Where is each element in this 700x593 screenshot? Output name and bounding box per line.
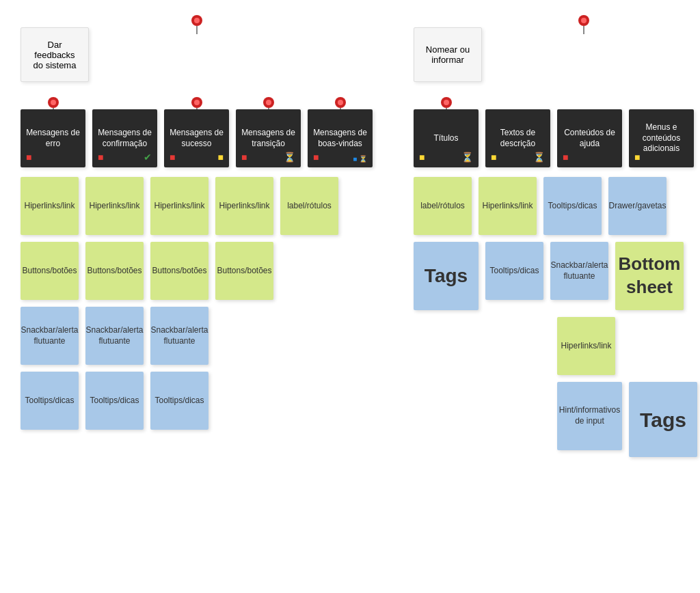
note-right-tags-2: Tags <box>629 382 697 457</box>
svg-point-19 <box>444 100 449 105</box>
svg-point-1 <box>194 18 200 23</box>
card-sucesso-note: Mensagens de sucesso ■ ■ <box>164 109 229 167</box>
badge-yellow-menus: ■ <box>634 151 640 163</box>
left-anchor: Dar feedbacks do sistema <box>21 27 373 82</box>
pin-icon-right-anchor <box>576 14 592 34</box>
right-row-1: label/rótulos Hiperlinks/link Tooltips/d… <box>414 177 697 235</box>
note-buttons-3: Buttons/botões <box>150 242 208 300</box>
left-anchor-note: Dar feedbacks do sistema <box>21 27 89 82</box>
right-row-4: Hint/informativos de input Tags <box>414 382 697 457</box>
right-anchor-note: Nomear ou informar <box>414 27 482 82</box>
note-right-tooltips-2: Tooltips/dicas <box>485 242 543 300</box>
note-right-hiperlinks: Hiperlinks/link <box>479 177 537 235</box>
note-tooltips-1: Tooltips/dicas <box>21 372 79 430</box>
badge-yellow-textos: ■ <box>491 151 496 163</box>
note-hiperlinks-4: Hiperlinks/link <box>215 177 273 235</box>
card-textos-descricao: Textos de descrição ■ ⏳ <box>485 109 550 167</box>
card-titulos-label: Títulos <box>433 133 458 144</box>
card-ajuda-note: Conteúdos de ajuda ■ <box>557 109 622 167</box>
note-right-bottom-sheet: Bottom sheet <box>615 242 684 310</box>
note-hiperlinks-3: Hiperlinks/link <box>150 177 208 235</box>
left-content-rows: Hiperlinks/link Hiperlinks/link Hiperlin… <box>21 177 373 430</box>
svg-point-4 <box>51 100 56 105</box>
note-snackbar-2: Snackbar/alerta flutuante <box>85 307 144 365</box>
svg-point-7 <box>194 100 200 105</box>
hourglass-titulos: ⏳ <box>461 151 473 163</box>
left-row-3: Snackbar/alerta flutuante Snackbar/alert… <box>21 307 373 365</box>
card-boasvindas-note: Mensagens de boas-vindas ■ ■ ⏳ <box>308 109 373 167</box>
card-transicao-label: Mensagens de transição <box>241 128 295 149</box>
badge-yellow-3: ■ <box>218 151 224 163</box>
card-mensagens-confirmacao: Mensagens de confirmação ■ ✔ <box>92 109 157 167</box>
pin-icon-left-anchor <box>189 14 205 34</box>
note-right-drawer: Drawer/gavetas <box>608 177 667 235</box>
card-mensagens-erro-note: Mensagens de erro ■ <box>21 109 85 167</box>
note-snackbar-1: Snackbar/alerta flutuante <box>21 307 79 365</box>
left-header-cards: Mensagens de erro ■ Mensagens de confirm… <box>21 94 373 167</box>
note-buttons-4: Buttons/botões <box>215 242 273 300</box>
card-textos-note: Textos de descrição ■ ⏳ <box>485 109 550 167</box>
right-content-rows: label/rótulos Hiperlinks/link Tooltips/d… <box>414 177 697 457</box>
card-mensagens-boasvindas: Mensagens de boas-vindas ■ ■ ⏳ <box>308 109 373 167</box>
note-right-tooltips-1: Tooltips/dicas <box>543 177 602 235</box>
badge-red-5: ■ <box>313 151 319 163</box>
right-anchor-text: Nomear ou informar <box>422 44 473 65</box>
card-mensagens-sucesso: Mensagens de sucesso ■ ■ <box>164 109 229 167</box>
card-titulos-note: Títulos ■ ⏳ <box>414 109 479 167</box>
badge-yellow-titulos: ■ <box>419 151 425 163</box>
note-right-snackbar: Snackbar/alerta flutuante <box>550 242 608 300</box>
svg-point-16 <box>581 18 587 23</box>
badge-red-4: ■ <box>241 151 247 163</box>
note-label-rotulos: label/rótulos <box>280 177 338 235</box>
note-tooltips-2: Tooltips/dicas <box>85 372 144 430</box>
right-header-cards: Títulos ■ ⏳ Textos de descrição ■ ⏳ Cont… <box>414 94 697 167</box>
left-row-1: Hiperlinks/link Hiperlinks/link Hiperlin… <box>21 177 373 235</box>
note-hiperlinks-1: Hiperlinks/link <box>21 177 79 235</box>
note-right-tags-1: Tags <box>414 242 479 310</box>
card-confirmacao-note: Mensagens de confirmação ■ ✔ <box>92 109 157 167</box>
note-snackbar-3: Snackbar/alerta flutuante <box>150 307 208 365</box>
note-right-hiperlinks-2: Hiperlinks/link <box>557 317 615 375</box>
card-conteudos-ajuda: Conteúdos de ajuda ■ <box>557 109 622 167</box>
card-menus-note: Menus e conteúdos adicionais ■ <box>629 109 694 167</box>
right-row-2: Tags Tooltips/dicas Snackbar/alerta flut… <box>414 242 697 310</box>
right-section: Nomear ou informar Títulos ■ ⏳ <box>414 14 697 457</box>
card-textos-label: Textos de descrição <box>491 128 545 149</box>
badge-blue-5: ■ ⏳ <box>353 154 367 163</box>
badge-red-ajuda: ■ <box>563 151 568 163</box>
svg-point-10 <box>266 100 271 105</box>
card-mensagens-erro-label: Mensagens de erro <box>26 128 80 149</box>
right-anchor: Nomear ou informar <box>414 27 697 82</box>
card-boasvindas-label: Mensagens de boas-vindas <box>313 128 367 149</box>
card-menus-label: Menus e conteúdos adicionais <box>634 122 688 154</box>
card-transicao-note: Mensagens de transição ■ ⏳ <box>236 109 301 167</box>
hourglass-textos: ⏳ <box>533 151 545 163</box>
left-row-2: Buttons/botões Buttons/botões Buttons/bo… <box>21 242 373 300</box>
svg-point-13 <box>338 100 343 105</box>
left-row-4: Tooltips/dicas Tooltips/dicas Tooltips/d… <box>21 372 373 430</box>
badge-red-1: ■ <box>26 151 31 163</box>
badge-red-3: ■ <box>170 151 175 163</box>
badge-red-2: ■ <box>98 151 103 163</box>
right-row-3: Hiperlinks/link <box>414 317 697 375</box>
left-anchor-text: Dar feedbacks do sistema <box>29 40 80 70</box>
note-tooltips-3: Tooltips/dicas <box>150 372 208 430</box>
board: Dar feedbacks do sistema Mensagens de er… <box>0 0 700 471</box>
hourglass-4: ⏳ <box>284 151 295 163</box>
note-hiperlinks-2: Hiperlinks/link <box>85 177 144 235</box>
card-sucesso-label: Mensagens de sucesso <box>170 128 224 149</box>
badge-check-2: ✔ <box>144 151 152 163</box>
note-buttons-2: Buttons/botões <box>85 242 144 300</box>
card-menus-conteudos: Menus e conteúdos adicionais ■ <box>629 109 694 167</box>
note-buttons-1: Buttons/botões <box>21 242 79 300</box>
note-right-label-rotulos: label/rótulos <box>414 177 472 235</box>
card-mensagens-transicao: Mensagens de transição ■ ⏳ <box>236 109 301 167</box>
left-section: Dar feedbacks do sistema Mensagens de er… <box>21 14 373 457</box>
card-mensagens-erro: Mensagens de erro ■ <box>21 109 85 167</box>
card-titulos: Títulos ■ ⏳ <box>414 109 479 167</box>
note-right-hint: Hint/informativos de input <box>557 382 622 450</box>
card-ajuda-label: Conteúdos de ajuda <box>563 128 617 149</box>
card-confirmacao-label: Mensagens de confirmação <box>98 128 152 149</box>
